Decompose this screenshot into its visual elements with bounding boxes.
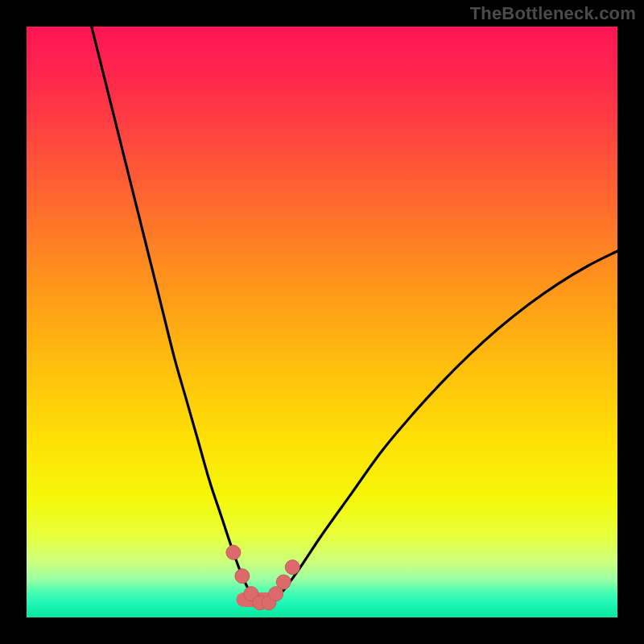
bottleneck-chart bbox=[27, 27, 617, 617]
watermark-text: TheBottleneck.com bbox=[470, 3, 636, 24]
highlight-dot bbox=[226, 545, 241, 559]
plot-area bbox=[27, 27, 617, 617]
chart-stage: TheBottleneck.com bbox=[0, 0, 644, 644]
gradient-background bbox=[27, 27, 617, 617]
highlight-dot bbox=[276, 575, 291, 589]
highlight-dot bbox=[285, 560, 299, 575]
highlight-dot bbox=[235, 569, 250, 584]
